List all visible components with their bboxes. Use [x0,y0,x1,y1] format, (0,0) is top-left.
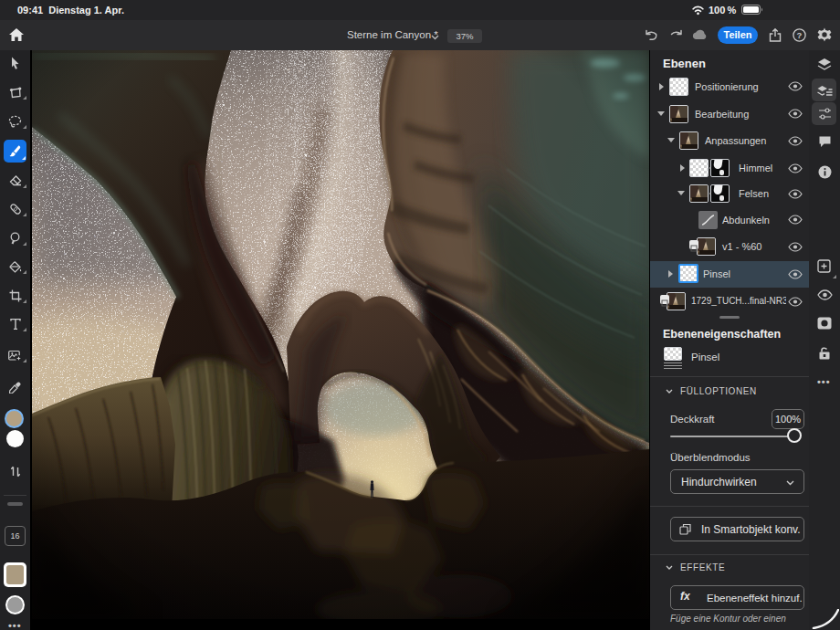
svg-text:?: ? [797,30,803,40]
